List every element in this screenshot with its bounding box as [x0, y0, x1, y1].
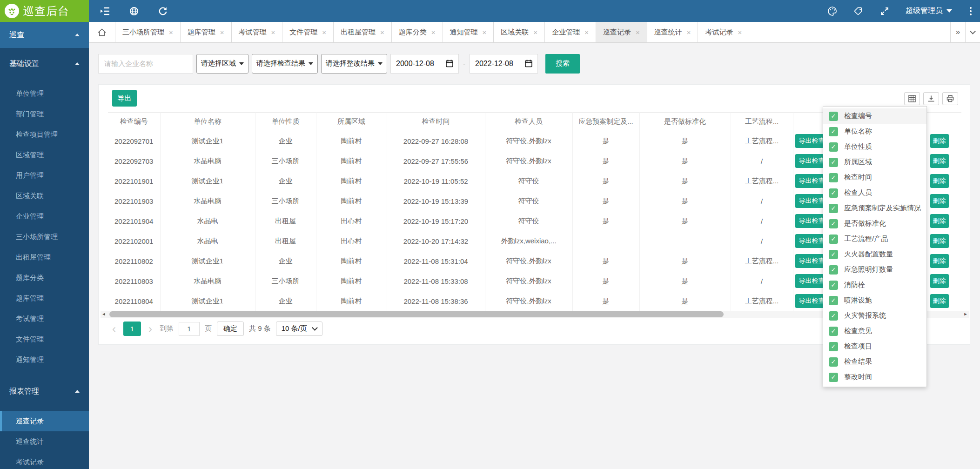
tab-close-icon[interactable]: × [220, 28, 224, 36]
region-select[interactable]: 请选择区域 [196, 54, 248, 74]
tabs-overflow-icon[interactable]: » [950, 22, 965, 42]
tab-close-icon[interactable]: × [271, 28, 275, 36]
sidebar-item-巡查统计[interactable]: 巡查统计 [0, 431, 89, 452]
checkbox-checked-icon[interactable]: ✓ [829, 204, 838, 213]
sidebar-item-单位管理[interactable]: 单位管理 [0, 83, 89, 104]
column-option-灭火器配置数量[interactable]: ✓灭火器配置数量 [823, 247, 926, 262]
column-option-火灾警报系统[interactable]: ✓火灾警报系统 [823, 308, 926, 323]
tab-区域关联[interactable]: 区域关联× [494, 22, 545, 42]
sidebar-item-通知管理[interactable]: 通知管理 [0, 349, 89, 370]
sidebar-item-题库管理[interactable]: 题库管理 [0, 288, 89, 308]
download-button[interactable] [923, 92, 939, 105]
delete-record-button[interactable]: 删除 [930, 294, 949, 308]
refresh-icon[interactable] [158, 6, 168, 16]
checkbox-checked-icon[interactable]: ✓ [829, 373, 838, 382]
tab-企业管理[interactable]: 企业管理× [545, 22, 596, 42]
checkbox-checked-icon[interactable]: ✓ [829, 142, 838, 152]
sidebar-item-区域管理[interactable]: 区域管理 [0, 145, 89, 165]
sidebar-item-三小场所管理[interactable]: 三小场所管理 [0, 227, 89, 247]
print-button[interactable] [942, 92, 958, 105]
column-option-喷淋设施[interactable]: ✓喷淋设施 [823, 293, 926, 308]
column-option-应急照明灯数量[interactable]: ✓应急照明灯数量 [823, 262, 926, 277]
sidebar-item-考试记录[interactable]: 考试记录 [0, 452, 89, 469]
tabs-menu-icon[interactable] [965, 22, 980, 42]
delete-record-button[interactable]: 删除 [930, 194, 949, 208]
column-option-所属区域[interactable]: ✓所属区域 [823, 154, 926, 170]
delete-record-button[interactable]: 删除 [930, 174, 949, 188]
checkbox-checked-icon[interactable]: ✓ [829, 250, 838, 259]
export-button[interactable]: 导出 [112, 90, 137, 107]
sidebar-group-报表管理[interactable]: 报表管理 [0, 381, 89, 402]
checkbox-checked-icon[interactable]: ✓ [829, 219, 838, 228]
tab-close-icon[interactable]: × [380, 28, 384, 36]
tab-close-icon[interactable]: × [738, 28, 742, 36]
current-page-button[interactable]: 1 [123, 322, 141, 336]
checkbox-checked-icon[interactable]: ✓ [829, 311, 838, 321]
checkbox-checked-icon[interactable]: ✓ [829, 296, 838, 305]
end-date-input[interactable]: 2022-12-08 [470, 54, 538, 74]
sidebar-group-基础设置[interactable]: 基础设置 [0, 54, 89, 74]
checkbox-checked-icon[interactable]: ✓ [829, 265, 838, 275]
checkbox-checked-icon[interactable]: ✓ [829, 188, 838, 198]
tab-close-icon[interactable]: × [169, 28, 173, 36]
column-option-单位名称[interactable]: ✓单位名称 [823, 124, 926, 139]
sidebar-item-出租屋管理[interactable]: 出租屋管理 [0, 247, 89, 268]
checkbox-checked-icon[interactable]: ✓ [829, 281, 838, 290]
column-option-检查编号[interactable]: ✓检查编号 [823, 108, 926, 124]
column-option-工艺流程/产品[interactable]: ✓工艺流程/产品 [823, 231, 926, 247]
sidebar-item-题库分类[interactable]: 题库分类 [0, 268, 89, 288]
sidebar-item-考试管理[interactable]: 考试管理 [0, 308, 89, 329]
tab-close-icon[interactable]: × [431, 28, 436, 36]
checkbox-checked-icon[interactable]: ✓ [829, 234, 838, 244]
confirm-page-button[interactable]: 确定 [217, 322, 244, 336]
sidebar-item-区域关联[interactable]: 区域关联 [0, 186, 89, 206]
delete-record-button[interactable]: 删除 [930, 134, 949, 148]
tab-close-icon[interactable]: × [687, 28, 691, 36]
goto-page-input[interactable] [179, 322, 200, 336]
sidebar-item-部门管理[interactable]: 部门管理 [0, 104, 89, 124]
column-option-应急预案制定及实施情况[interactable]: ✓应急预案制定及实施情况 [823, 201, 926, 216]
page-size-select[interactable]: 10 条/页 [276, 322, 322, 336]
sidebar-item-文件管理[interactable]: 文件管理 [0, 329, 89, 349]
tab-文件管理[interactable]: 文件管理× [282, 22, 334, 42]
column-option-检查结果[interactable]: ✓检查结果 [823, 354, 926, 369]
scrollbar-thumb[interactable] [109, 311, 724, 317]
checkbox-checked-icon[interactable]: ✓ [829, 173, 838, 182]
column-option-是否做标准化[interactable]: ✓是否做标准化 [823, 216, 926, 231]
tag-icon[interactable] [853, 6, 864, 16]
tab-通知管理[interactable]: 通知管理× [443, 22, 494, 42]
tab-close-icon[interactable]: × [584, 28, 589, 36]
delete-record-button[interactable]: 删除 [930, 274, 949, 288]
language-globe-icon[interactable] [129, 6, 139, 16]
column-option-检查意见[interactable]: ✓检查意见 [823, 323, 926, 339]
checkbox-checked-icon[interactable]: ✓ [829, 158, 838, 167]
scroll-left-icon[interactable]: ◄ [101, 311, 107, 318]
user-menu[interactable]: 超级管理员 [906, 6, 952, 16]
column-option-整改时间[interactable]: ✓整改时间 [823, 369, 926, 385]
delete-record-button[interactable]: 删除 [930, 154, 949, 168]
next-page-icon[interactable]: › [146, 322, 154, 335]
column-option-单位性质[interactable]: ✓单位性质 [823, 139, 926, 154]
checkbox-checked-icon[interactable]: ✓ [829, 127, 838, 136]
columns-grid-button[interactable] [904, 92, 920, 105]
checkbox-checked-icon[interactable]: ✓ [829, 357, 838, 367]
column-option-检查时间[interactable]: ✓检查时间 [823, 170, 926, 185]
check-result-select[interactable]: 请选择检查结果 [252, 54, 318, 74]
sidebar-item-检查项目管理[interactable]: 检查项目管理 [0, 124, 89, 145]
start-date-input[interactable]: 2000-12-08 [390, 54, 459, 74]
tab-close-icon[interactable]: × [483, 28, 487, 36]
tab-考试记录[interactable]: 考试记录× [698, 22, 749, 42]
tab-考试管理[interactable]: 考试管理× [232, 22, 283, 42]
sidebar-item-巡查记录[interactable]: 巡查记录 [0, 411, 89, 431]
tab-三小场所管理[interactable]: 三小场所管理× [115, 22, 181, 42]
checkbox-checked-icon[interactable]: ✓ [829, 112, 838, 121]
tab-出租屋管理[interactable]: 出租屋管理× [334, 22, 392, 42]
column-option-检查人员[interactable]: ✓检查人员 [823, 185, 926, 201]
sidebar-toggle-icon[interactable] [100, 6, 110, 16]
sidebar-item-企业管理[interactable]: 企业管理 [0, 206, 89, 227]
delete-record-button[interactable]: 删除 [930, 234, 949, 248]
sidebar-item-xuncha[interactable]: 巡查 [0, 22, 89, 48]
tab-close-icon[interactable]: × [533, 28, 537, 36]
prev-page-icon[interactable]: ‹ [110, 322, 118, 335]
tab-close-icon[interactable]: × [322, 28, 326, 36]
